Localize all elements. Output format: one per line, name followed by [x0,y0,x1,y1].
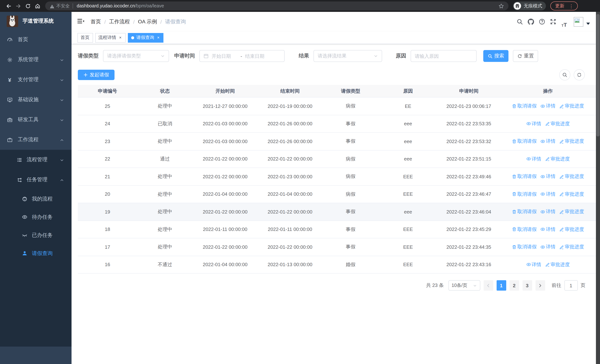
sidebar-item-9[interactable]: 待办任务 [0,208,71,226]
search-toggle-icon[interactable] [559,69,570,80]
forward-icon[interactable] [13,1,23,11]
end-date-input[interactable] [245,53,271,59]
tab-1[interactable]: 流程详情× [95,33,126,42]
avatar[interactable] [573,17,583,27]
refresh-icon[interactable] [573,69,585,80]
url-bar[interactable]: 不安全 dashboard.yudao.iocoder.cn /bpm/oa/l… [45,1,508,10]
detail-link[interactable]: 详情 [526,156,541,162]
detail-link[interactable]: 详情 [526,261,541,268]
sidebar-item-3[interactable]: 基础设施 [0,90,71,110]
cancel-leave-link[interactable]: 取消请假 [512,191,537,197]
sidebar-item-1[interactable]: 系统管理 [0,50,71,70]
chevron-down-icon [59,77,64,82]
cancel-leave-link[interactable]: 取消请假 [512,173,537,180]
sidebar-item-label: 流程管理 [27,156,47,163]
detail-link[interactable]: 详情 [540,191,555,197]
trash-icon [512,209,517,214]
cell-type: 事假 [322,208,379,215]
progress-link[interactable]: 审批进度 [559,103,584,110]
result-select[interactable]: 请选择流结果 [314,50,382,62]
progress-link[interactable]: 审批进度 [559,138,584,145]
progress-link[interactable]: 审批进度 [559,244,584,250]
progress-link[interactable]: 审批进度 [559,173,584,180]
cancel-leave-link[interactable]: 取消请假 [512,103,537,110]
total-count: 共 23 条 [426,282,444,289]
leave-type-select[interactable]: 请选择请假类型 [103,50,169,62]
fullscreen-icon[interactable] [548,16,559,27]
next-page-icon[interactable] [535,280,545,291]
user-icon [21,250,28,256]
scrollbar-thumb[interactable] [596,14,600,136]
sidebar-item-0[interactable]: 首页 [0,30,71,50]
page-button-1[interactable]: 1 [497,280,506,291]
cancel-leave-link[interactable]: 取消请假 [512,138,537,145]
home-icon[interactable] [33,1,42,11]
detail-link[interactable]: 详情 [540,173,555,180]
page-size-select[interactable]: 10条/页 [448,280,480,291]
tab-0[interactable]: 首页 [77,33,93,42]
detail-link[interactable]: 详情 [540,103,555,110]
sidebar-item-2[interactable]: ¥支付管理 [0,70,71,90]
header-icons: TT [514,16,590,27]
detail-link[interactable]: 详情 [540,226,555,233]
sidebar-item-11[interactable]: 请假查询 [0,244,71,262]
close-icon[interactable]: × [118,35,122,40]
progress-link[interactable]: 审批进度 [559,208,584,215]
progress-link[interactable]: 审批进度 [559,226,584,233]
sidebar-item-6[interactable]: 流程管理 [0,150,71,170]
goto-page-input[interactable] [564,280,578,291]
breadcrumb-item[interactable]: OA 示例 [138,18,157,25]
browser-scrollbar[interactable] [596,12,600,364]
progress-link[interactable]: 审批进度 [545,156,570,162]
cell-actions: 取消请假详情审批进度 [500,191,596,197]
search-button[interactable]: 搜索 [483,50,508,62]
collapse-menu-icon[interactable] [77,18,85,25]
sidebar-item-7[interactable]: 任务管理 [0,170,71,190]
sidebar-item-8[interactable]: 我的流程 [0,190,71,208]
start-date-input[interactable] [212,53,238,59]
sidebar-item-5[interactable]: 工作流程 [0,130,71,150]
action-label: 详情 [546,191,555,197]
bookmark-star-icon[interactable] [498,3,504,9]
cancel-leave-link[interactable]: 取消请假 [512,208,537,215]
progress-link[interactable]: 审批进度 [559,191,584,197]
sidebar-item-10[interactable]: 已办任务 [0,226,71,244]
browser-menu-icon[interactable]: ⋮ [567,3,575,8]
chevron-down-icon[interactable] [586,22,590,25]
cell-reason: eee [379,139,437,144]
reason-input[interactable] [415,53,472,59]
create-leave-button[interactable]: 发起请假 [78,70,114,80]
cell-type: 病假 [322,191,379,197]
close-icon[interactable]: × [156,35,160,40]
back-icon[interactable] [4,1,13,11]
url-path: /bpm/oa/leave [135,3,164,9]
date-range-picker[interactable]: - [199,50,285,62]
tab-2[interactable]: 请假查询× [128,33,164,42]
breadcrumb-item[interactable]: 首页 [91,18,101,25]
help-icon[interactable] [536,16,548,27]
prev-page-icon[interactable] [483,280,493,291]
app-logo[interactable]: 芋道管理系统 [0,12,71,30]
goto-label: 前往 [552,282,561,289]
reload-icon[interactable] [23,1,33,11]
update-button[interactable]: 更新 ⋮ [550,1,578,10]
security-label[interactable]: 不安全 [56,3,70,9]
progress-link[interactable]: 审批进度 [545,121,570,127]
breadcrumb-item[interactable]: 工作流程 [109,18,130,25]
trash-icon [512,174,517,179]
detail-link[interactable]: 详情 [540,244,555,250]
reset-button[interactable]: 重置 [513,50,538,62]
font-size-icon[interactable]: TT [559,16,570,27]
progress-link[interactable]: 审批进度 [545,261,570,268]
detail-link[interactable]: 详情 [540,138,555,145]
page-button-3[interactable]: 3 [522,280,532,291]
page-button-2[interactable]: 2 [509,280,519,291]
detail-link[interactable]: 详情 [526,121,541,127]
cancel-leave-link[interactable]: 取消请假 [512,244,537,250]
github-icon[interactable] [525,16,536,27]
cancel-leave-link[interactable]: 取消请假 [512,226,537,233]
detail-link[interactable]: 详情 [540,208,555,215]
sidebar-item-4[interactable]: 研发工具 [0,110,71,130]
cell-end: 2022-01-11 00:00:00 [258,227,322,232]
search-icon[interactable] [514,16,525,27]
